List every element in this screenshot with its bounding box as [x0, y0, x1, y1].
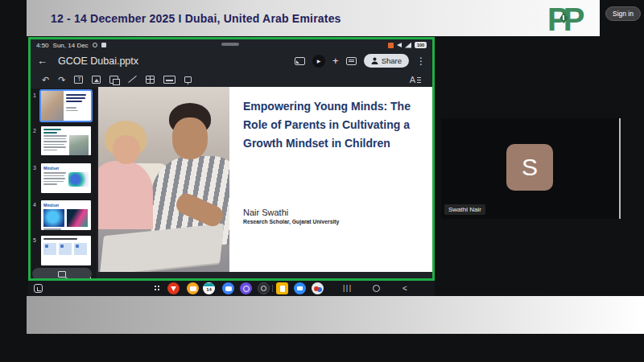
thumb-number-2: 2	[33, 128, 39, 134]
slide-thumbnail-1[interactable]	[41, 91, 91, 121]
share-button[interactable]: Share	[364, 54, 409, 68]
event-banner: 12 - 14 December 2025 I Dubai, United Ar…	[27, 0, 600, 36]
insert-shape-icon[interactable]	[109, 76, 118, 84]
home-nav-button[interactable]	[373, 285, 380, 292]
android-taskbar: 14 ||| <	[28, 281, 435, 296]
comment-icon[interactable]	[346, 57, 357, 65]
recent-app-icon[interactable]	[312, 282, 324, 294]
slide-canvas[interactable]: Empowering Young Minds: The Role of Pare…	[98, 87, 432, 272]
slide-thumbnail-3[interactable]: Mindset	[41, 163, 91, 193]
phone-status-bar: 4:50 Sun, 14 Dec 100	[31, 39, 432, 51]
thumb4-image-right	[67, 209, 88, 227]
my-files-icon[interactable]	[187, 282, 199, 294]
back-icon[interactable]: ←	[37, 55, 47, 67]
brave-browser-icon[interactable]	[167, 282, 180, 294]
taskbar-divider	[272, 285, 273, 292]
add-slide-button[interactable]	[32, 268, 92, 280]
messages-icon[interactable]	[222, 282, 234, 294]
calendar-icon[interactable]: 14	[203, 282, 215, 294]
thumb-number-5: 5	[33, 237, 39, 243]
data-saver-icon	[93, 43, 97, 47]
slide-photo[interactable]	[98, 87, 229, 272]
document-title: GCOE Dubai.pptx	[58, 56, 138, 67]
format-text-icon[interactable]: A	[410, 75, 421, 84]
status-time: 4:50	[36, 42, 49, 49]
event-title: 12 - 14 December 2025 I Dubai, United Ar…	[51, 12, 341, 25]
zoom-app-icon[interactable]	[294, 282, 306, 294]
thumb-number-1: 1	[33, 93, 39, 98]
thumb-number-3: 3	[33, 165, 39, 171]
insert-line-icon[interactable]	[127, 75, 137, 84]
battery-icon: 100	[415, 42, 427, 48]
thumb-number-4: 4	[33, 202, 39, 208]
work-profile-icon	[101, 43, 106, 47]
slide-author[interactable]: Nair Swathi	[243, 208, 288, 217]
participant-avatar: S	[506, 144, 553, 191]
slides-app-bar: ← GCOE Dubai.pptx ▶ + Share ⋮	[31, 51, 432, 71]
thumb4-title: Mindset	[43, 203, 89, 208]
sign-in-button[interactable]: Sign in	[605, 6, 641, 21]
share-label: Share	[382, 56, 402, 65]
slide-thumbnail-4[interactable]: Mindset	[41, 200, 91, 230]
mute-icon	[397, 43, 402, 47]
thumb1-photo	[41, 91, 64, 121]
insert-textbox-icon[interactable]	[74, 76, 83, 84]
slide-thumbnail-2[interactable]	[41, 126, 91, 155]
google-slides-icon[interactable]	[276, 282, 288, 294]
slide-author-role[interactable]: Research Scholar, Gujarat University	[243, 219, 339, 224]
screen-record-icon	[388, 43, 394, 48]
samsung-internet-icon[interactable]	[240, 282, 252, 294]
signal-icon	[405, 43, 411, 48]
cast-icon[interactable]	[295, 57, 305, 65]
present-play-button[interactable]: ▶	[312, 55, 325, 68]
thumb3-wordcloud	[68, 172, 89, 187]
add-icon[interactable]: +	[332, 55, 339, 67]
slide-thumbnail-5[interactable]	[41, 236, 91, 265]
insert-image-icon[interactable]	[92, 76, 101, 84]
camera-icon[interactable]	[258, 282, 270, 294]
status-date: Sun, 14 Dec	[53, 42, 89, 49]
overflow-menu-icon[interactable]: ⋮	[416, 56, 426, 67]
add-slide-icon	[58, 271, 66, 278]
thumb3-title: Mindset	[43, 166, 89, 171]
pp-logo: PP	[547, 2, 579, 37]
slide-title[interactable]: Empowering Young Minds: The Role of Pare…	[243, 97, 432, 153]
background-band	[27, 296, 644, 334]
back-nav-button[interactable]: <	[402, 284, 407, 293]
thumb4-image-left	[43, 209, 64, 227]
thumb2-photo	[69, 135, 89, 155]
edit-toolbar: ↶ ↷ A	[31, 71, 432, 88]
screenshot-toolbar-icon[interactable]	[34, 284, 43, 293]
insert-table-icon[interactable]	[146, 76, 155, 84]
undo-icon[interactable]: ↶	[42, 75, 49, 85]
participant-tile[interactable]: S Swathi Nair	[441, 118, 619, 219]
shared-screen: 4:50 Sun, 14 Dec 100 ← GCOE Dubai.pptx ▶…	[28, 37, 435, 281]
insert-comment-icon[interactable]	[184, 76, 192, 83]
person-add-icon	[371, 57, 378, 64]
participant-name: Swathi Nair	[444, 204, 485, 215]
redo-icon[interactable]: ↷	[58, 75, 65, 85]
layout-icon[interactable]	[163, 76, 175, 84]
app-drawer-icon[interactable]	[154, 285, 161, 292]
adjacent-tile-edge	[619, 118, 621, 219]
recents-nav-button[interactable]: |||	[343, 284, 353, 292]
